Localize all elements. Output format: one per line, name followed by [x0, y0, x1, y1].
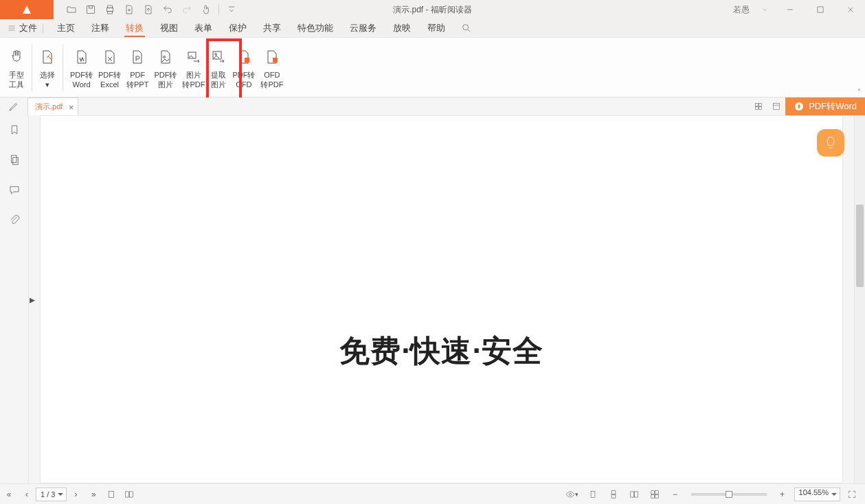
close-tab-icon[interactable]: × [69, 102, 74, 112]
tab-annotate[interactable]: 注释 [83, 19, 117, 37]
svg-rect-29 [630, 491, 633, 496]
svg-point-10 [215, 54, 217, 56]
visibility-icon[interactable]: ▾ [563, 485, 581, 503]
zoom-out-icon[interactable]: − [666, 485, 684, 503]
qat-dropdown-icon[interactable] [222, 1, 241, 18]
svg-rect-32 [655, 490, 658, 494]
undo-icon[interactable] [158, 1, 177, 18]
pdf-to-image-button[interactable]: PDF转 图片 [151, 41, 179, 95]
left-sidebar [0, 115, 29, 483]
panel-toggle-icon[interactable] [767, 98, 785, 115]
minimize-button[interactable] [776, 0, 805, 19]
svg-rect-30 [634, 491, 638, 496]
svg-rect-21 [12, 157, 18, 165]
tab-features[interactable]: 特色功能 [289, 19, 341, 37]
prev-page-icon[interactable]: ‹ [18, 485, 36, 503]
touch-mode-icon[interactable] [196, 1, 216, 18]
search-icon[interactable] [458, 19, 475, 37]
collapse-ribbon-icon[interactable]: ˄ [857, 88, 861, 95]
zoom-slider[interactable] [691, 493, 767, 496]
pdf-to-excel-button[interactable]: PDF转 Excel [96, 41, 124, 95]
save-icon[interactable] [81, 1, 100, 18]
view-mode1-icon[interactable] [584, 485, 602, 503]
svg-rect-23 [126, 491, 129, 496]
pdf-to-word-promo-button[interactable]: PDF转Word [785, 98, 865, 115]
comments-icon[interactable] [7, 183, 22, 198]
zoom-in-icon[interactable]: + [774, 485, 791, 503]
attachments-icon[interactable] [7, 213, 22, 228]
svg-rect-12 [273, 58, 278, 62]
new-page-icon[interactable] [120, 1, 139, 18]
svg-rect-34 [655, 494, 658, 498]
first-page-icon[interactable]: « [0, 485, 18, 503]
open-file-icon[interactable] [62, 1, 81, 18]
svg-rect-33 [651, 494, 654, 498]
tab-view[interactable]: 视图 [152, 19, 186, 37]
window-title: 演示.pdf - 福昕阅读器 [393, 4, 472, 16]
page-headline: 免费·快速·安全 [339, 330, 543, 371]
zoom-selector[interactable]: 104.55% [794, 488, 840, 501]
pages-icon[interactable] [7, 152, 22, 168]
expand-sidebar-icon[interactable]: ▸ [29, 286, 36, 313]
svg-point-7 [163, 56, 165, 58]
view-mode4-icon[interactable] [646, 485, 664, 503]
pdf-to-ppt-button[interactable]: PDF 转PPT [124, 41, 151, 95]
tab-form[interactable]: 表单 [186, 19, 221, 37]
app-logo[interactable] [0, 0, 54, 19]
maximize-button[interactable] [806, 0, 835, 19]
svg-rect-5 [818, 7, 823, 12]
fullscreen-icon[interactable] [843, 485, 861, 503]
highlighter-icon[interactable] [0, 98, 27, 115]
print-icon[interactable] [100, 1, 120, 18]
extract-image-button[interactable]: 提取 图片 [207, 41, 229, 95]
select-tool-button[interactable]: 选择 ▾ [36, 41, 58, 95]
next-page-icon[interactable]: › [67, 485, 85, 503]
image-to-pdf-button[interactable]: 图片 转PDF [179, 41, 207, 95]
export-page-icon[interactable] [139, 1, 158, 18]
svg-rect-26 [591, 491, 595, 497]
tab-help[interactable]: 帮助 [419, 19, 453, 37]
view-mode3-icon[interactable] [625, 485, 643, 503]
layout-single-icon[interactable] [102, 485, 120, 503]
tab-protect[interactable]: 保护 [221, 19, 255, 37]
svg-rect-3 [108, 5, 113, 8]
document-canvas[interactable]: 免费·快速·安全 [40, 115, 843, 483]
last-page-icon[interactable]: » [85, 485, 102, 503]
document-tab[interactable]: 演示.pdf × [27, 98, 78, 115]
close-button[interactable] [836, 0, 865, 19]
svg-rect-14 [756, 103, 759, 106]
svg-rect-28 [611, 494, 616, 498]
page-selector[interactable]: 1 / 3 [36, 488, 67, 501]
pdf-to-word-button[interactable]: PDF转 Word [67, 41, 96, 95]
svg-rect-2 [106, 8, 113, 11]
view-mode2-icon[interactable] [605, 485, 622, 503]
tab-share[interactable]: 共享 [255, 19, 289, 37]
hint-bulb-button[interactable] [817, 129, 844, 157]
file-menu[interactable]: 文件 [7, 23, 37, 34]
svg-rect-17 [759, 107, 762, 110]
thumbnail-grid-icon[interactable] [750, 98, 767, 115]
svg-rect-22 [109, 491, 114, 497]
svg-rect-24 [130, 491, 133, 496]
file-menu-label: 文件 [19, 23, 37, 34]
bookmarks-icon[interactable] [7, 122, 22, 137]
svg-rect-1 [89, 6, 92, 8]
svg-rect-31 [651, 490, 654, 494]
tab-present[interactable]: 放映 [385, 19, 419, 37]
tab-cloud[interactable]: 云服务 [341, 19, 385, 37]
promo-label: PDF转Word [809, 100, 857, 113]
pdf-to-ofd-button[interactable]: PDF转 OFD [229, 41, 258, 95]
svg-point-25 [569, 493, 572, 496]
tab-home[interactable]: 主页 [49, 19, 83, 37]
svg-rect-16 [756, 107, 759, 110]
user-dropdown-icon[interactable] [755, 0, 774, 19]
ofd-to-pdf-button[interactable]: OFD 转PDF [258, 41, 286, 95]
tab-convert[interactable]: 转换 [117, 19, 152, 37]
redo-icon[interactable] [177, 1, 196, 18]
hand-tool-button[interactable]: 手型 工具 [5, 41, 27, 95]
layout-double-icon[interactable] [120, 485, 138, 503]
svg-rect-0 [87, 6, 95, 14]
user-name[interactable]: 若愚 [733, 4, 750, 16]
svg-rect-4 [108, 12, 113, 14]
vertical-scrollbar[interactable] [854, 115, 865, 483]
